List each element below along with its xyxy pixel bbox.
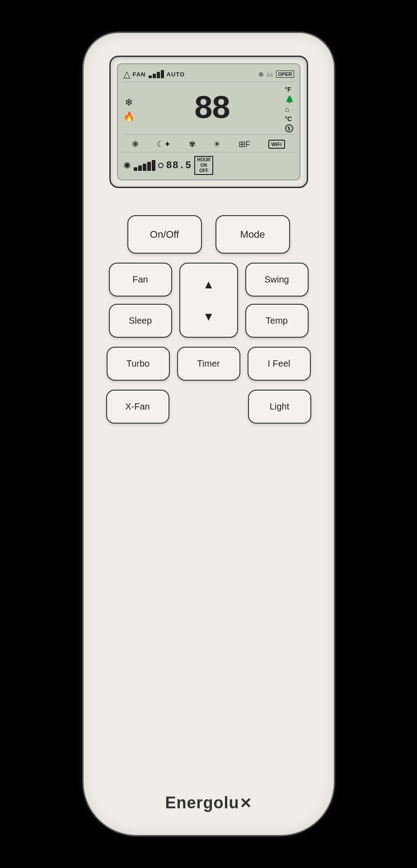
display-row-3: ❋ ☾✦ ✾ ☀ ⊞F WiFi <box>123 137 294 152</box>
lcd-display: △ FAN AUTO ⊛ ⌂↓ OPER ❄ <box>109 56 308 188</box>
brand-logo: Energolu✕ <box>165 793 252 812</box>
auto-label: AUTO <box>167 71 185 78</box>
home-sensor-icon: ⌂↓ <box>267 71 273 78</box>
arrow-up-icon: ▲ <box>203 278 215 290</box>
brand-text: Energolu <box>165 793 239 812</box>
display-row-2: ❄ 🔥 88 °F 🌲 ⌂ °C $ <box>123 84 294 135</box>
flame-icon: 🔥 <box>123 111 135 122</box>
x-fan-button[interactable]: X-Fan <box>106 390 169 424</box>
oper-label: OPER <box>276 71 294 78</box>
col-left: Fan Sleep <box>109 263 172 338</box>
dollar-circle-icon: $ <box>285 124 293 132</box>
col-right: Swing Temp <box>245 263 309 338</box>
hour-on-off-label: HOUR ON OFF <box>194 156 213 175</box>
arrow-down-icon: ▼ <box>203 311 215 322</box>
sleep-button[interactable]: Sleep <box>109 304 172 338</box>
moon-star-icon: ☾✦ <box>157 139 171 149</box>
row-xfan-light: X-Fan Light <box>102 390 316 424</box>
fan-button[interactable]: Fan <box>109 263 172 297</box>
display-row-4: ✺ 88.5 HOUR ON OFF <box>123 154 294 175</box>
mode-icons: ❄ 🔥 <box>123 97 135 122</box>
display-inner: △ FAN AUTO ⊛ ⌂↓ OPER ❄ <box>117 63 300 180</box>
wifi-label: WiFi <box>268 140 285 149</box>
col-center: ▲ ▼ <box>179 263 238 338</box>
i-feel-button[interactable]: I Feel <box>248 347 311 381</box>
swing-button[interactable]: Swing <box>245 263 309 297</box>
snowflake2-icon: ✾ <box>189 139 196 149</box>
fan-label: FAN <box>133 71 146 78</box>
temp-button[interactable]: Temp <box>245 304 309 338</box>
circle-o-icon <box>158 163 164 168</box>
turbo-button[interactable]: Turbo <box>107 347 170 381</box>
display-row-1: △ FAN AUTO ⊛ ⌂↓ OPER <box>123 69 294 82</box>
tree-icon: 🌲 <box>285 95 294 104</box>
timer-value: 88.5 <box>166 160 192 171</box>
buttons-area: On/Off Mode Fan Sleep ▲ ▼ Swing Temp Tur… <box>102 215 316 424</box>
fahrenheit-label: °F <box>285 86 291 93</box>
row-on-off-mode: On/Off Mode <box>102 215 316 254</box>
wind-icon: ❋ <box>132 139 139 149</box>
sun2-icon: ☀ <box>213 139 220 149</box>
remote-control: △ FAN AUTO ⊛ ⌂↓ OPER ❄ <box>82 32 335 836</box>
fan-spin-icon: ⊛ <box>258 71 264 78</box>
temp-units: °F 🌲 ⌂ °C $ <box>285 86 294 132</box>
filter-icon: ⊞F <box>239 139 250 149</box>
fan-speed-bars <box>149 70 164 78</box>
arrow-button[interactable]: ▲ ▼ <box>179 263 238 338</box>
light-button[interactable]: Light <box>248 390 311 424</box>
on-off-button[interactable]: On/Off <box>127 215 202 254</box>
fan-speed-bars2 <box>134 160 155 171</box>
row-turbo-timer-ifeel: Turbo Timer I Feel <box>102 347 316 381</box>
fan-triangle-icon: △ <box>123 69 130 80</box>
sun3-icon: ✺ <box>123 160 131 171</box>
timer-button[interactable]: Timer <box>177 347 240 381</box>
hour-label: HOUR <box>197 157 210 163</box>
on-label: ON <box>201 163 207 168</box>
row-fan-arrows-swing: Fan Sleep ▲ ▼ Swing Temp <box>102 263 316 338</box>
temperature-display: 88 <box>138 93 285 126</box>
mode-button[interactable]: Mode <box>216 215 290 254</box>
off-label: OFF <box>199 168 208 174</box>
brand-x-icon: ✕ <box>239 795 252 811</box>
home2-icon: ⌂ <box>285 105 290 113</box>
celsius-label: °C <box>285 115 292 123</box>
snowflake-icon: ❄ <box>125 97 133 108</box>
display-top-icons: ⊛ ⌂↓ OPER <box>258 71 294 78</box>
